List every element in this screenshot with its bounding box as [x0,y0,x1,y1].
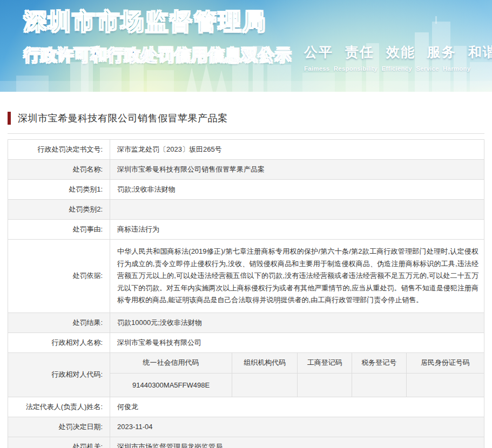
table-row: 处罚类别1:罚款;没收非法财物 [8,180,484,200]
row-value: 罚款;没收非法财物 [110,180,484,200]
code-header-row: 统一社会信用代码组织机构代码工商登记码税务登记号居民身份证号码 [110,353,484,374]
code-value [406,374,484,397]
row-value: 商标违法行为 [110,220,484,240]
row-value: 深市监龙处罚〔2023〕坂田265号 [110,140,484,160]
penalty-info-table: 行政处罚决定书文号:深市监龙处罚〔2023〕坂田265号处罚名称:深圳市宝希曼科… [8,139,484,448]
relative-person-code-cell: 统一社会信用代码组织机构代码工商登记码税务登记号居民身份证号码91440300M… [110,352,484,397]
row-value: 中华人民共和国商标法(2019修正)/第七章注册商标专用权的保护/第六十条/第2… [110,240,484,313]
row-label: 处罚事由: [8,220,110,240]
relative-person-code-table: 统一社会信用代码组织机构代码工商登记码税务登记号居民身份证号码91440300M… [110,353,484,397]
row-label: 法定代表人(负责人)姓名: [8,397,110,417]
table-row: 处罚结果:罚款10000元;没收非法财物 [8,313,484,332]
table-row: 处罚机关:深圳市市场监督管理局龙岗监管局 [8,437,484,448]
row-value [110,200,484,220]
row-label: 行政处罚决定书文号: [8,140,110,160]
row-value: 罚款10000元;没收非法财物 [110,313,484,332]
row-label: 处罚机关: [8,437,110,448]
table-row: 行政处罚决定书文号:深市监龙处罚〔2023〕坂田265号 [8,140,484,160]
code-column-header: 工商登记码 [298,353,352,374]
table-row: 处罚依据:中华人民共和国商标法(2019修正)/第七章注册商标专用权的保护/第六… [8,240,484,313]
code-value-row: 91440300MA5FFW498E [110,374,484,397]
code-value [298,374,352,397]
row-label: 处罚名称: [8,160,110,180]
row-label: 处罚类别1: [8,180,110,200]
table-row: 法定代表人(负责人)姓名:何俊龙 [8,397,484,417]
banner-values-en: Faimess Responsibility Efficiency Servic… [304,65,482,72]
row-value: 深圳市宝希曼科技有限公司 [110,332,484,352]
code-column-header: 税务登记号 [352,353,406,374]
row-label: 行政相对人名称: [8,332,110,352]
row-value: 深圳市宝希曼科技有限公司销售假冒苹果产品案 [110,160,484,180]
table-row: 行政相对人代码:统一社会信用代码组织机构代码工商登记码税务登记号居民身份证号码9… [8,352,484,397]
code-column-header: 组织机构代码 [232,353,298,374]
page: 深圳市市场监督管理局 行政许可和行政处罚信用信息双公示 公平 责任 效能 服务 … [0,0,492,448]
site-subtitle: 行政许可和行政处罚信用信息双公示 [24,44,292,66]
row-label: 处罚依据: [8,240,110,313]
title-accent-bar [8,112,11,125]
row-label: 处罚类别2: [8,200,110,220]
row-value: 深圳市市场监督管理局龙岗监管局 [110,437,484,448]
code-value: 91440300MA5FFW498E [110,374,232,397]
row-label: 处罚结果: [8,313,110,332]
table-row: 处罚决定日期:2023-11-04 [8,417,484,437]
penalty-info-table-body: 行政处罚决定书文号:深市监龙处罚〔2023〕坂田265号处罚名称:深圳市宝希曼科… [8,140,484,448]
page-title-row: 深圳市宝希曼科技有限公司销售假冒苹果产品案 [8,111,484,125]
table-row: 行政相对人名称:深圳市宝希曼科技有限公司 [8,332,484,352]
table-row: 处罚事由:商标违法行为 [8,220,484,240]
title-divider [8,133,484,134]
code-value [352,374,406,397]
code-column-header: 统一社会信用代码 [110,353,232,374]
page-title: 深圳市宝希曼科技有限公司销售假冒苹果产品案 [18,112,228,125]
table-row: 处罚类别2: [8,200,484,220]
banner-values-cn: 公平 责任 效能 服务 和谐 [304,43,482,61]
site-banner: 深圳市市场监督管理局 行政许可和行政处罚信用信息双公示 公平 责任 效能 服务 … [0,0,492,92]
row-label: 行政相对人代码: [8,352,110,397]
main-content: 深圳市宝希曼科技有限公司销售假冒苹果产品案 行政处罚决定书文号:深市监龙处罚〔2… [0,111,492,448]
code-value [232,374,298,397]
banner-left: 深圳市市场监督管理局 行政许可和行政处罚信用信息双公示 [24,6,292,66]
site-title: 深圳市市场监督管理局 [24,6,292,37]
row-value: 2023-11-04 [110,417,484,437]
row-label: 处罚决定日期: [8,417,110,437]
code-column-header: 居民身份证号码 [406,353,484,374]
banner-values: 公平 责任 效能 服务 和谐 Faimess Responsibility Ef… [304,43,482,72]
table-row: 处罚名称:深圳市宝希曼科技有限公司销售假冒苹果产品案 [8,160,484,180]
row-value: 何俊龙 [110,397,484,417]
